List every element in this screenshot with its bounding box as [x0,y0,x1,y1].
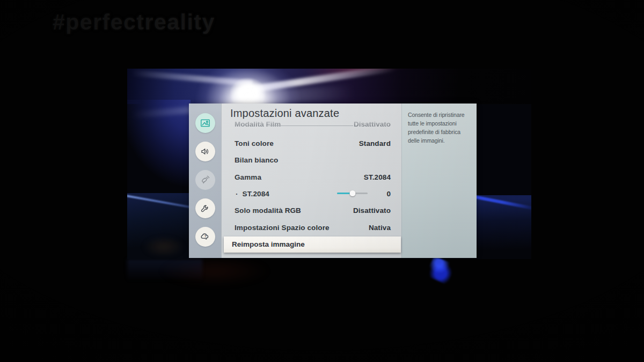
sidebar-item-settings[interactable] [195,198,215,218]
red-reflection [158,256,271,286]
row-label: Toni colore [235,139,274,147]
row-label: Gamma [235,173,261,181]
slider-thumb[interactable] [350,190,356,196]
info-text: Consente di ripristinare tutte le impost… [408,110,471,145]
earth-horizon-right [477,195,531,259]
row-label: Solo modalità RGB [235,206,301,215]
settings-row-st2084[interactable]: ·ST.2084 0 [235,188,391,199]
row-value: Disattivato [354,120,391,129]
settings-row-color-tone[interactable]: Toni colore Standard [235,138,391,149]
row-value: ST.2084 [364,173,391,181]
row-label: Impostazioni Spazio colore [235,224,330,232]
row-label: Modalità Film [235,120,281,129]
sidebar-item-broadcasting[interactable] [195,170,215,190]
support-icon: ? [200,231,211,242]
settings-row-film-mode[interactable]: Modalità Film Disattivato [235,120,391,129]
blue-reflection [426,256,456,285]
settings-row-white-balance[interactable]: Bilan bianco [235,154,391,165]
settings-row-rgb-only[interactable]: Solo modalità RGB Disattivato [235,205,391,216]
reset-picture-button[interactable]: Reimposta immagine [224,237,401,253]
screen-glow-reflection [127,259,202,282]
settings-main: Impostazioni avanzate Modalità Film Disa… [221,104,401,258]
settings-row-gamma[interactable]: Gamma ST.2084 [235,172,391,182]
st2084-slider[interactable] [337,193,368,194]
row-value: 0 [386,190,391,198]
watermark: #perfectreality [53,10,215,35]
info-panel: Consente di ripristinare tutte le impost… [401,104,477,258]
row-value: Disattivato [353,206,391,215]
sidebar-item-support[interactable]: ? [195,227,215,247]
sidebar-item-sound[interactable] [195,142,215,161]
earth-horizon-left [127,193,189,259]
speaker-icon [200,146,211,157]
sidebar-item-picture[interactable] [195,113,215,133]
settings-row-color-space[interactable]: Impostazioni Spazio colore Nativa [235,222,391,233]
photo-of-tv: #perfectreality [0,0,644,362]
picture-icon [200,117,211,129]
settings-panel: ? Impostazioni avanzate Modalità Film Di… [189,104,477,258]
bullet: · [236,190,238,198]
broadcast-icon [200,174,211,186]
row-value: Nativa [369,224,391,232]
row-label: ·ST.2084 [235,190,269,198]
tv-screen: ? Impostazioni avanzate Modalità Film Di… [127,69,531,259]
panel-title: Impostazioni avanzate [230,107,339,120]
row-label: Bilan bianco [235,156,278,164]
sidebar: ? [189,104,221,258]
row-value: Standard [359,139,391,147]
wrench-icon [200,203,211,214]
svg-text:?: ? [204,234,206,238]
